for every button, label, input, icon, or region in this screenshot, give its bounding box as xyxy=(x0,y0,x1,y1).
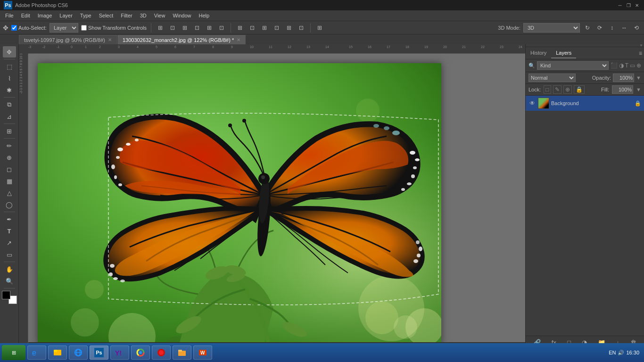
taskbar: ⊞ e Ps Y! xyxy=(0,343,644,362)
taskbar-ie[interactable]: e xyxy=(27,346,46,360)
distribute5-icon[interactable]: ⊞ xyxy=(284,23,294,33)
arrange-icon[interactable]: ⊞ xyxy=(315,23,324,33)
lock-position-icon[interactable]: ⊕ xyxy=(563,85,572,94)
color-swatches[interactable] xyxy=(2,291,17,304)
menu-view[interactable]: View xyxy=(151,12,169,19)
taskbar-yahoo[interactable]: Y! xyxy=(110,346,129,360)
tab-monarch[interactable]: 1300302632_monarch2.jpg @ 122% (RGB/8#) … xyxy=(117,35,246,44)
taskbar-red-circle[interactable] xyxy=(152,346,171,360)
taskbar-ie2[interactable] xyxy=(69,346,88,360)
opacity-arrow-icon[interactable]: ▼ xyxy=(636,75,641,81)
tab-tsvetyi[interactable]: tsvetyi-10997.jpg @ 50% (RGB/8#) ✕ xyxy=(19,35,117,44)
align-top-icon[interactable]: ⊡ xyxy=(192,23,202,33)
tray-lang: EN xyxy=(609,350,616,355)
align-middle-icon[interactable]: ⊞ xyxy=(205,23,214,33)
gradient-tool[interactable]: ▦ xyxy=(3,175,16,187)
distribute6-icon[interactable]: ⊡ xyxy=(297,23,306,33)
filter-type-icon[interactable]: T xyxy=(625,62,628,69)
ps-taskbar-icon: Ps xyxy=(94,348,104,357)
marquee-tool[interactable]: ⬚ xyxy=(3,61,16,72)
menu-filter[interactable]: Filter xyxy=(117,12,135,19)
menu-type[interactable]: Type xyxy=(77,12,95,19)
filter-adjustment-icon[interactable]: ◑ xyxy=(619,62,624,69)
menu-file[interactable]: File xyxy=(2,12,17,19)
show-transform-checkbox[interactable] xyxy=(81,25,87,31)
opacity-input[interactable] xyxy=(613,74,634,82)
fill-arrow-icon[interactable]: ▼ xyxy=(636,87,641,92)
align-bottom-icon[interactable]: ⊡ xyxy=(217,23,226,33)
window-controls[interactable]: ─ ❐ ✕ xyxy=(617,2,640,8)
menu-help[interactable]: Help xyxy=(196,12,213,19)
blend-mode-select[interactable]: Normal Dissolve Multiply Screen Overlay xyxy=(528,74,576,82)
align-center-h-icon[interactable]: ⊡ xyxy=(168,23,177,33)
restore-button[interactable]: ❐ xyxy=(625,2,632,8)
move-tool[interactable]: ✥ xyxy=(3,46,16,58)
path-select-tool[interactable]: ↗ xyxy=(3,237,16,248)
clone-tool[interactable]: ⊕ xyxy=(3,152,16,163)
document-canvas[interactable] xyxy=(38,63,441,344)
align-left-icon[interactable]: ⊞ xyxy=(156,23,165,33)
dodge-tool[interactable]: ◯ xyxy=(3,199,16,210)
tab-layers[interactable]: Layers xyxy=(551,48,576,58)
pen-tool[interactable]: ✒ xyxy=(3,214,16,225)
crop-tool[interactable]: ⧉ xyxy=(3,99,16,110)
taskbar-explorer[interactable] xyxy=(48,346,67,360)
eraser-tool[interactable]: ◻ xyxy=(3,164,16,175)
align-right-icon[interactable]: ⊞ xyxy=(180,23,190,33)
shape-tool[interactable]: ▭ xyxy=(3,249,16,260)
layer-eye-icon[interactable]: 👁 xyxy=(528,99,536,107)
start-button[interactable]: ⊞ xyxy=(2,345,25,360)
butterfly-image xyxy=(38,63,441,344)
auto-select-checkbox[interactable] xyxy=(11,25,17,31)
blur-tool[interactable]: △ xyxy=(3,187,16,198)
auto-select-type[interactable]: Layer Group xyxy=(50,23,78,33)
menu-3d[interactable]: 3D xyxy=(137,12,150,19)
hand-tool[interactable]: ✋ xyxy=(3,263,16,275)
3d-tool1-icon[interactable]: ↻ xyxy=(583,23,592,33)
speaker-icon[interactable]: 🔊 xyxy=(618,350,624,356)
quick-select-tool[interactable]: ✱ xyxy=(3,84,16,96)
patch-tool[interactable]: ⊞ xyxy=(3,125,16,137)
distribute3-icon[interactable]: ⊞ xyxy=(260,23,269,33)
foreground-color[interactable] xyxy=(2,291,10,299)
3d-tool4-icon[interactable]: ↔ xyxy=(619,23,629,33)
layer-item-background[interactable]: 👁 Background 🔒 xyxy=(526,96,644,111)
zoom-tool[interactable]: 🔍 xyxy=(3,275,16,287)
close-button[interactable]: ✕ xyxy=(634,2,640,8)
filter-type-select[interactable]: Kind Name Effect Mode Attribute Color xyxy=(537,61,609,70)
tab-history[interactable]: History xyxy=(526,48,551,58)
lock-all-icon[interactable]: 🔒 xyxy=(574,85,585,94)
menu-layer[interactable]: Layer xyxy=(56,12,76,19)
distribute2-icon[interactable]: ⊡ xyxy=(248,23,257,33)
tab-tsvetyi-close[interactable]: ✕ xyxy=(108,37,112,42)
minimize-button[interactable]: ─ xyxy=(617,2,623,8)
lock-transparent-icon[interactable]: □ xyxy=(544,85,551,94)
distribute-icon[interactable]: ⊞ xyxy=(235,23,245,33)
taskbar-photoshop[interactable]: Ps xyxy=(90,346,108,360)
distribute4-icon[interactable]: ⊡ xyxy=(272,23,281,33)
menu-edit[interactable]: Edit xyxy=(18,12,33,19)
filter-shape-icon[interactable]: ▭ xyxy=(630,62,635,69)
lock-image-icon[interactable]: ✎ xyxy=(553,85,561,94)
3d-mode-select[interactable]: 3D xyxy=(523,23,580,33)
taskbar-ms-office[interactable]: W xyxy=(193,346,212,360)
tab-monarch-close[interactable]: ✕ xyxy=(237,37,240,42)
3d-tool5-icon[interactable]: ⟲ xyxy=(632,23,641,33)
filter-pixel-icon[interactable]: ⬛ xyxy=(611,62,618,69)
taskbar-folder[interactable] xyxy=(173,346,191,360)
taskbar-chrome[interactable] xyxy=(131,346,150,360)
eyedropper-tool[interactable]: ⊿ xyxy=(3,111,16,122)
canvas-area: -3 -2 -1 0 1 2 3 4 5 6 7 8 9 10 11 12 13… xyxy=(19,44,525,349)
panel-menu-icon[interactable]: ≡ xyxy=(639,50,642,57)
brush-tool[interactable]: ✏ xyxy=(3,140,16,151)
menu-image[interactable]: Image xyxy=(34,12,56,19)
text-tool[interactable]: T xyxy=(3,225,16,237)
3d-tool2-icon[interactable]: ⟳ xyxy=(595,23,604,33)
canvas-container[interactable] xyxy=(28,54,525,349)
filter-smart-icon[interactable]: ⊕ xyxy=(636,62,641,69)
3d-tool3-icon[interactable]: ↕ xyxy=(607,23,617,33)
fill-input[interactable] xyxy=(612,85,633,94)
menu-window[interactable]: Window xyxy=(169,12,194,19)
menu-select[interactable]: Select xyxy=(96,12,117,19)
lasso-tool[interactable]: ⌇ xyxy=(3,73,16,84)
